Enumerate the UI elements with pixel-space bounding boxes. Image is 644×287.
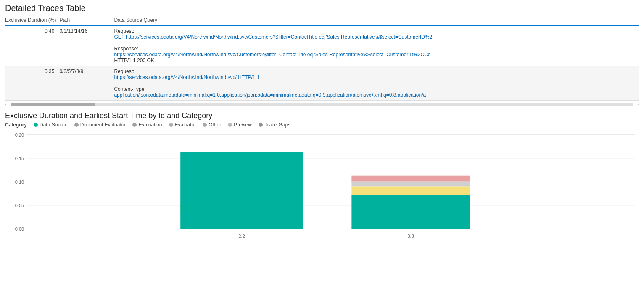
svg-text:0.15: 0.15 [15,156,24,161]
svg-text:2.2: 2.2 [238,234,245,239]
svg-rect-14 [351,187,470,195]
svg-text:0.10: 0.10 [15,179,24,184]
query-line-2: https://services.odata.org/V4/Northwind/… [114,52,636,58]
legend-dot [203,123,207,127]
svg-text:0.05: 0.05 [15,203,24,208]
cell-path: 0/3/5/7/8/9 [59,66,114,100]
legend-item-label: Preview [234,122,252,128]
svg-text:0.20: 0.20 [15,132,24,137]
svg-text:0.00: 0.00 [15,226,24,232]
response-label: Response: [114,46,636,52]
query-link-2[interactable]: https://services.odata.org/V4/Northwind/… [114,52,430,58]
cell-path: 0/3/13/14/16 [59,25,114,66]
col-header-duration: Exclusive Duration (%) [5,16,59,25]
scroll-thumb[interactable] [11,103,95,106]
table-row: 0.350/3/5/7/8/9Request:https://services.… [5,66,639,100]
bar-chart: 0.20 0.15 0.10 0.05 0.00 2.2 3.8 [5,130,639,248]
chart-section: Exclusive Duration and Earliest Start Ti… [0,108,644,248]
legend-item: Trace Gaps [259,122,290,128]
traces-table: Exclusive Duration (%) Path Data Source … [5,16,639,100]
query-link-1[interactable]: https://services.odata.org/V4/Northwind/… [114,74,259,80]
col-header-path: Path [59,16,114,25]
legend-item: Preview [228,122,252,128]
scroll-track[interactable] [11,103,633,106]
query-link-2[interactable]: application/json;odata.metadata=minimal;… [114,92,426,98]
response-label: Content-Type: [114,86,636,92]
chart-area: 0.20 0.15 0.10 0.05 0.00 2.2 3.8 [5,130,639,248]
legend-dot [132,123,137,127]
svg-rect-13 [351,182,470,187]
legend-dot [259,123,263,127]
legend-item: Evaluation [132,122,162,128]
cell-duration: 0.35 [5,66,59,100]
legend-item: Document Evaluator [74,122,126,128]
legend-dot [169,123,173,127]
scroll-left-arrow[interactable]: ‹ [5,102,6,107]
legend-item: Other [203,122,221,128]
legend-item-label: Trace Gaps [264,122,290,128]
legend-item-label: Document Evaluator [80,122,126,128]
query-line-2: application/json;odata.metadata=minimal;… [114,92,636,98]
query-line-3: HTTP/1.1 200 OK [114,58,636,63]
query-line-1: GET https://services.odata.org/V4/Northw… [114,34,636,40]
table-title: Detailed Traces Table [5,3,639,13]
table-row: 0.400/3/13/14/16Request:GET https://serv… [5,25,639,66]
svg-text:3.8: 3.8 [407,234,414,239]
svg-rect-11 [180,152,303,229]
cell-query: Request:GET https://services.odata.org/V… [114,25,639,66]
legend-category-label: Category [5,122,27,128]
legend-item: Evaluator [169,122,196,128]
chart-title: Exclusive Duration and Earliest Start Ti… [5,111,639,120]
table-section: Detailed Traces Table Exclusive Duration… [0,0,644,100]
legend-dot [228,123,232,127]
query-label: Request: [114,28,636,34]
scroll-right-arrow[interactable]: › [638,102,639,107]
cell-duration: 0.40 [5,25,59,66]
cell-query: Request:https://services.odata.org/V4/No… [114,66,639,100]
legend-dot [34,123,38,127]
svg-rect-15 [351,195,470,229]
query-label: Request: [114,68,636,74]
legend-item-label: Evaluator [175,122,196,128]
query-link-1[interactable]: GET https://services.odata.org/V4/Northw… [114,34,432,40]
legend-items: Data SourceDocument EvaluatorEvaluationE… [34,122,290,128]
horizontal-scrollbar[interactable]: ‹ › [5,100,639,108]
legend-item: Data Source [34,122,68,128]
svg-rect-12 [351,176,470,182]
legend-item-label: Data Source [40,122,68,128]
query-line-1: https://services.odata.org/V4/Northwind/… [114,74,636,80]
table-header-row: Exclusive Duration (%) Path Data Source … [5,16,639,25]
legend-row: Category Data SourceDocument EvaluatorEv… [5,122,639,128]
legend-item-label: Other [209,122,221,128]
col-header-query: Data Source Query [114,16,639,25]
legend-item-label: Evaluation [138,122,162,128]
legend-dot [74,123,79,127]
